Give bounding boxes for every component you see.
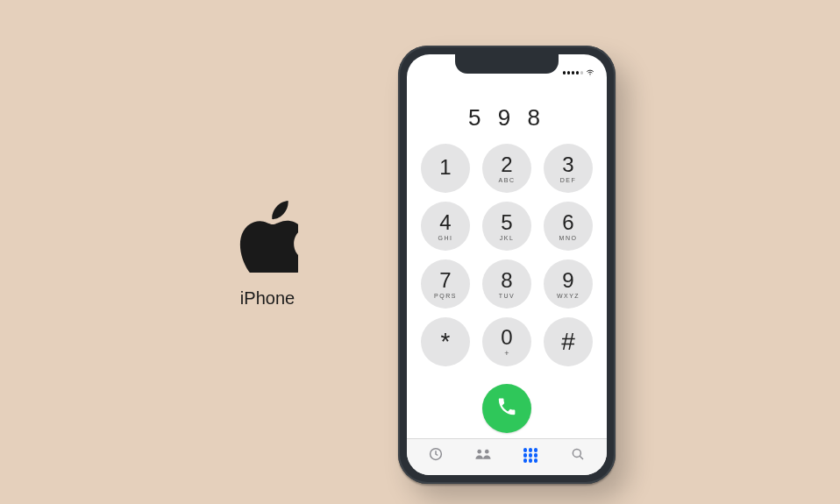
iphone-device-frame: 5 9 8 1 2 ABC 3 DEF 4 GHI 5 JKL [398,46,616,484]
key-5[interactable]: 5 JKL [482,202,531,251]
apple-logo-icon [237,197,298,276]
svg-point-4 [573,449,580,457]
key-9[interactable]: 9 WXYZ [544,259,593,309]
key-2[interactable]: 2 ABC [482,144,531,193]
tab-keypad[interactable] [507,448,554,463]
brand-block: iPhone [237,197,298,309]
dialed-number-display: 5 9 8 [407,77,607,140]
tab-recents[interactable] [412,446,459,465]
key-star[interactable]: * [421,317,470,366]
dial-keypad: 1 2 ABC 3 DEF 4 GHI 5 JKL 6 MNO [407,140,607,375]
svg-point-2 [477,449,481,453]
key-0[interactable]: 0 + [482,317,531,366]
key-1[interactable]: 1 [421,144,470,193]
wifi-icon [586,68,594,77]
brand-label: iPhone [240,288,295,309]
cellular-signal-icon [563,71,584,75]
key-4[interactable]: 4 GHI [421,202,470,251]
svg-point-0 [590,75,591,76]
keypad-icon [523,448,538,463]
key-3[interactable]: 3 DEF [544,144,593,193]
people-icon [474,446,492,465]
call-row [407,375,607,438]
display-notch [455,54,559,74]
svg-point-3 [485,449,489,453]
dialed-number: 5 9 8 [468,104,545,131]
search-icon [569,446,587,465]
bottom-tab-bar [407,438,607,475]
iphone-screen: 5 9 8 1 2 ABC 3 DEF 4 GHI 5 JKL [407,54,607,475]
tab-contacts[interactable] [459,446,507,465]
clock-icon [427,446,445,465]
key-hash[interactable]: # [544,317,593,366]
key-7[interactable]: 7 PQRS [421,259,470,309]
tab-search[interactable] [554,446,602,465]
call-button[interactable] [482,384,531,433]
key-6[interactable]: 6 MNO [544,202,593,251]
phone-handset-icon [496,396,517,421]
key-8[interactable]: 8 TUV [482,259,531,309]
